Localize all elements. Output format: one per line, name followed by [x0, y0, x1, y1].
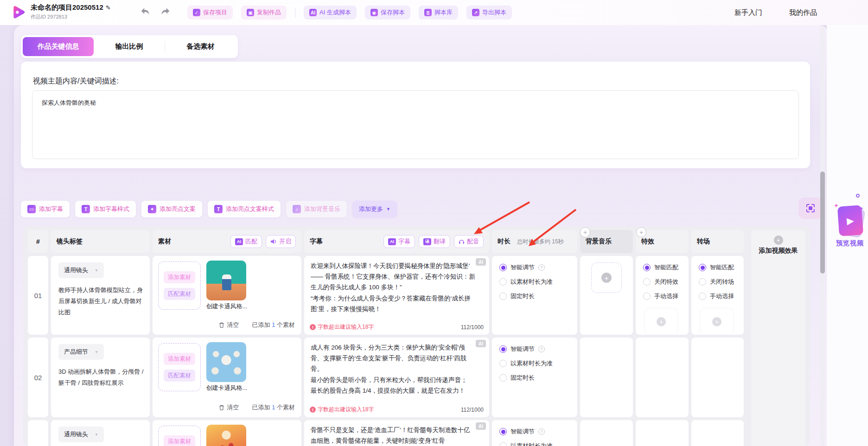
subtitle-text[interactable]: 成人有 206 块骨头，分为三大类：保护大脑的‘安全帽’颅骨、支撑躯干的‘生命支…: [311, 342, 475, 396]
shot-label-cell: 通用镜头 ▼ 教师手持人体骨骼模型站立，身后屏幕切换新生儿 / 成人骨骼对比图: [51, 256, 150, 335]
material-thumbnail[interactable]: [206, 425, 246, 446]
add-video-effect-column[interactable]: + 添加视频效果: [751, 230, 805, 446]
radio-selected-icon: [499, 264, 507, 271]
tab-key-info[interactable]: 作品关键信息: [23, 37, 94, 56]
subtitle-cell[interactable]: AI 成人有 206 块骨头，分为三大类：保护大脑的‘安全帽’颅骨、支撑躯干的‘…: [304, 338, 489, 417]
subtitle-dub-button[interactable]: 配音: [454, 235, 484, 248]
save-project-button[interactable]: ✓ 保存项目: [187, 6, 233, 19]
ai-generated-badge: AI: [476, 422, 486, 430]
ring-decoration: [856, 194, 860, 198]
edit-title-icon[interactable]: ✎: [106, 4, 111, 11]
material-voice-on-button[interactable]: 开启: [266, 235, 296, 248]
transition-option-smart[interactable]: 智能匹配: [699, 263, 734, 272]
duration-option-material[interactable]: 以素材时长为准: [499, 278, 553, 286]
add-column-button[interactable]: +: [636, 227, 646, 237]
char-count: 112/1000: [461, 324, 484, 331]
subtitle-ai-button[interactable]: AI 字幕: [383, 235, 415, 248]
chevron-down-icon: ▼: [95, 268, 98, 273]
add-transition-box[interactable]: +: [700, 308, 734, 335]
plus-icon: +: [601, 273, 612, 283]
radio-icon: [643, 278, 651, 286]
help-icon[interactable]: ?: [538, 346, 545, 352]
added-count-text: 已添加 1 个素材: [252, 321, 295, 329]
help-icon[interactable]: ?: [538, 428, 545, 435]
shot-type-select[interactable]: 产品细节 ▼: [58, 344, 104, 360]
add-toolbar: ▭ 添加字幕 T 添加字幕样式 ✦ 添加亮点文案 T 添加亮点文案样式 ♪ 添加…: [21, 201, 397, 217]
transition-option-off[interactable]: 关闭转场: [699, 278, 734, 286]
row-index: 02: [28, 338, 48, 417]
effect-option-smart[interactable]: 智能匹配: [643, 263, 678, 272]
add-bgm-box[interactable]: +: [591, 262, 622, 293]
add-highlight-style-button[interactable]: T 添加亮点文案样式: [208, 201, 281, 217]
subtitle-cell[interactable]: AI 骨骼不只是支架，还是‘造血工厂’！红骨髓每天制造数十亿血细胞，黄骨髓储存能…: [304, 420, 489, 446]
add-highlight-button[interactable]: ✦ 添加亮点文案: [141, 201, 202, 217]
effect-option-manual[interactable]: 手动选择: [643, 292, 678, 300]
subtitle-text[interactable]: 欢迎来到人体探险课！今天我们要揭秘身体里的‘隐形城堡’ —— 骨骼系统！它支撑身…: [311, 261, 475, 314]
export-script-button[interactable]: ↗ 导出脚本: [466, 6, 512, 19]
copy-icon: ▣: [247, 9, 254, 16]
duration-option-smart[interactable]: 智能调节 ?: [499, 427, 553, 436]
duration-option-material[interactable]: 以素材时长为准: [499, 359, 553, 368]
beginner-guide-link[interactable]: 新手入门: [734, 8, 762, 17]
add-bgm-button[interactable]: ♪ 添加背景音乐: [286, 201, 347, 217]
subtitle-translate-button[interactable]: 译 翻译: [419, 235, 450, 248]
my-works-link[interactable]: 我的作品: [789, 8, 817, 17]
add-column-button[interactable]: +: [580, 227, 590, 237]
vertical-scrollbar-track[interactable]: [820, 26, 825, 446]
undo-icon[interactable]: [140, 7, 150, 16]
add-more-button[interactable]: 添加更多 ▼: [352, 201, 397, 217]
theme-label: 视频主题内容/关键词描述:: [33, 76, 119, 86]
save-script-button[interactable]: ◉ 保存脚本: [365, 6, 410, 19]
clear-material-button[interactable]: 清空: [218, 403, 239, 412]
material-cell: 添加素材 匹配素材: [153, 420, 301, 446]
add-effect-box[interactable]: +: [644, 308, 678, 335]
copy-work-button[interactable]: ▣ 复制作品: [241, 6, 287, 19]
add-material-button[interactable]: 添加素材: [164, 353, 195, 365]
effect-option-off[interactable]: 关闭特效: [643, 278, 678, 286]
add-video-effect-label: 添加视频效果: [751, 247, 805, 255]
shot-type-select[interactable]: 通用镜头 ▼: [58, 427, 104, 442]
chevron-down-icon: ▼: [386, 207, 390, 211]
material-caption: 创建卡通风格...: [201, 302, 253, 311]
add-material-button[interactable]: 添加素材: [164, 271, 195, 283]
warning-icon: !: [310, 324, 316, 330]
radio-icon: [499, 442, 507, 446]
trash-icon: [218, 322, 225, 328]
effects-cell: [636, 338, 689, 417]
material-thumbnail[interactable]: [206, 261, 246, 300]
material-thumbnail[interactable]: [206, 342, 246, 382]
material-ai-match-button[interactable]: AI 匹配: [230, 235, 262, 248]
effects-cell: 智能匹配 关闭特效 手动选择 +: [636, 256, 689, 335]
subtitle-cell[interactable]: AI 欢迎来到人体探险课！今天我们要揭秘身体里的‘隐形城堡’ —— 骨骼系统！它…: [304, 256, 489, 335]
match-material-button[interactable]: 匹配素材: [164, 370, 195, 382]
add-subtitle-style-button[interactable]: T 添加字幕样式: [75, 201, 136, 217]
script-library-button[interactable]: ≣ 脚本库: [419, 6, 458, 19]
redo-icon[interactable]: [160, 7, 171, 16]
preview-video-button[interactable]: ✦ ✦ ▶ 预览视频: [833, 191, 867, 251]
duration-option-smart[interactable]: 智能调节 ?: [499, 263, 553, 272]
tab-alternate-material[interactable]: 备选素材: [165, 37, 236, 56]
ai-generate-script-button[interactable]: AI AI 生成脚本: [304, 6, 357, 19]
plus-icon: +: [712, 317, 721, 326]
match-material-button[interactable]: 匹配素材: [164, 288, 195, 300]
subtitle-text[interactable]: 骨骼不只是支架，还是‘造血工厂’！红骨髓每天制造数十亿血细胞，黄骨髓储存能量，关…: [311, 425, 475, 446]
add-material-button[interactable]: 添加素材: [164, 435, 195, 446]
transition-option-manual[interactable]: 手动选择: [699, 292, 734, 300]
clear-material-button[interactable]: 清空: [218, 321, 239, 329]
theme-input[interactable]: 探索人体骨骼的奥秘: [32, 90, 799, 159]
duration-option-fixed[interactable]: 固定时长: [499, 292, 553, 300]
tab-output-ratio[interactable]: 输出比例: [94, 37, 165, 56]
duration-option-smart[interactable]: 智能调节 ?: [499, 345, 553, 353]
duration-option-material[interactable]: 以素材时长为准: [499, 442, 553, 446]
radio-icon: [643, 293, 651, 300]
ai-generated-badge: AI: [476, 258, 486, 266]
shot-type-select[interactable]: 通用镜头 ▼: [58, 262, 104, 278]
help-icon[interactable]: ?: [538, 264, 545, 271]
radio-icon: [699, 278, 706, 286]
fullscreen-button[interactable]: [798, 198, 823, 219]
text-style-plus-icon: T: [214, 205, 223, 213]
duration-cell: 智能调节 ? 以素材时长为准 固定时长: [492, 338, 577, 417]
duration-option-fixed[interactable]: 固定时长: [499, 374, 553, 382]
add-subtitle-button[interactable]: ▭ 添加字幕: [21, 201, 70, 217]
vertical-scrollbar-thumb[interactable]: [820, 172, 825, 274]
